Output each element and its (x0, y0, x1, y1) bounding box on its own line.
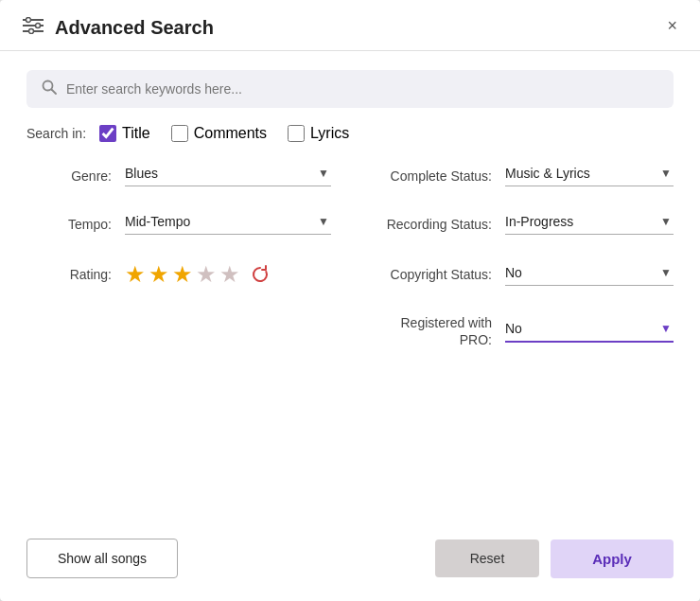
search-icon (42, 80, 57, 98)
close-button[interactable]: × (661, 13, 683, 38)
filters-grid: Genre: Blues Rock Pop Jazz Classical Cou… (26, 165, 674, 375)
empty-left (26, 314, 331, 375)
reset-button[interactable]: Reset (435, 539, 539, 577)
svg-point-4 (36, 24, 41, 28)
registered-pro-select-wrap: No Yes ▼ (505, 320, 674, 343)
complete-status-label: Complete Status: (369, 168, 492, 184)
checkbox-comments[interactable]: Comments (171, 125, 267, 142)
registered-pro-row: Registered withPRO: No Yes ▼ (369, 314, 674, 348)
search-in-row: Search in: Title Comments Lyrics (26, 125, 674, 142)
recording-status-label: Recording Status: (369, 217, 492, 232)
svg-line-7 (52, 90, 57, 95)
star-1[interactable]: ★ (125, 261, 146, 288)
copyright-status-label: Copyright Status: (369, 267, 492, 282)
checkbox-title-input[interactable] (99, 125, 116, 142)
svg-point-3 (26, 18, 31, 23)
search-in-label: Search in: (26, 126, 86, 141)
checkbox-lyrics-input[interactable] (288, 125, 305, 142)
recording-status-select-wrap: In-Progress Completed Not Started ▼ (505, 213, 674, 235)
star-4[interactable]: ★ (196, 261, 217, 288)
star-5[interactable]: ★ (219, 261, 240, 288)
reset-rating-button[interactable] (251, 265, 270, 284)
registered-pro-select[interactable]: No Yes (505, 321, 674, 336)
dialog-body: Search in: Title Comments Lyrics Genre: (0, 51, 700, 523)
tempo-label: Tempo: (26, 217, 112, 232)
recording-status-select[interactable]: In-Progress Completed Not Started (505, 214, 674, 229)
checkbox-lyrics[interactable]: Lyrics (288, 125, 349, 142)
apply-button[interactable]: Apply (551, 539, 674, 578)
dialog-title: Advanced Search (55, 17, 214, 39)
copyright-status-select[interactable]: No Yes Pending (505, 265, 674, 280)
star-2[interactable]: ★ (149, 261, 169, 288)
advanced-search-dialog: Advanced Search × Search in: Title Co (0, 0, 700, 601)
checkbox-title-label: Title (122, 125, 150, 142)
complete-status-row: Complete Status: Music & Lyrics Music On… (369, 165, 674, 186)
dialog-footer: Show all songs Reset Apply (0, 523, 700, 601)
genre-label: Genre: (26, 168, 112, 184)
checkbox-comments-input[interactable] (171, 125, 188, 142)
rating-row: Rating: ★ ★ ★ ★ ★ (26, 261, 331, 288)
complete-status-select-wrap: Music & Lyrics Music Only Lyrics Only In… (505, 165, 674, 186)
stars-container: ★ ★ ★ ★ ★ (125, 261, 270, 288)
genre-select[interactable]: Blues Rock Pop Jazz Classical Country R&… (125, 166, 331, 181)
tempo-row: Tempo: Mid-Tempo Slow Fast Very Fast ▼ (26, 213, 331, 235)
search-filter-icon (23, 17, 44, 39)
rating-label: Rating: (26, 267, 112, 282)
genre-select-wrap: Blues Rock Pop Jazz Classical Country R&… (125, 165, 331, 186)
complete-status-select[interactable]: Music & Lyrics Music Only Lyrics Only In… (505, 166, 674, 181)
registered-pro-label: Registered withPRO: (401, 315, 493, 347)
star-3[interactable]: ★ (172, 261, 193, 288)
copyright-status-row: Copyright Status: No Yes Pending ▼ (369, 261, 674, 288)
checkbox-comments-label: Comments (194, 125, 267, 142)
show-all-songs-button[interactable]: Show all songs (26, 539, 178, 578)
search-input[interactable] (66, 81, 658, 97)
tempo-select[interactable]: Mid-Tempo Slow Fast Very Fast (125, 214, 331, 229)
svg-point-5 (29, 29, 34, 34)
genre-row: Genre: Blues Rock Pop Jazz Classical Cou… (26, 165, 331, 186)
tempo-select-wrap: Mid-Tempo Slow Fast Very Fast ▼ (125, 213, 331, 235)
checkbox-lyrics-label: Lyrics (310, 125, 349, 142)
checkbox-title[interactable]: Title (99, 125, 150, 142)
dialog-header: Advanced Search × (0, 0, 700, 51)
recording-status-row: Recording Status: In-Progress Completed … (369, 213, 674, 235)
search-bar (26, 70, 674, 108)
copyright-status-select-wrap: No Yes Pending ▼ (505, 264, 674, 286)
